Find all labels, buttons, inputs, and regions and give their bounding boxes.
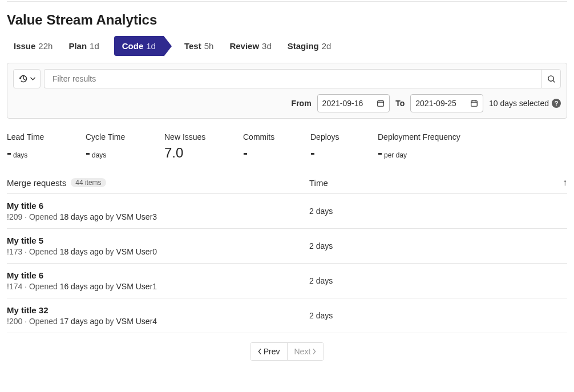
stage-review[interactable]: Review 3d xyxy=(228,38,272,54)
count-badge: 44 items xyxy=(71,178,106,187)
calendar-icon xyxy=(470,99,478,107)
mr-id: !174 xyxy=(7,282,22,291)
stage-test[interactable]: Test 5h xyxy=(183,38,215,54)
mr-age: 18 days ago xyxy=(60,247,103,256)
metric-new-issues: New Issues 7.0 xyxy=(164,132,216,161)
stage-label: Staging xyxy=(288,41,319,51)
stage-duration: 2d xyxy=(322,41,332,51)
metric-unit: days xyxy=(13,151,27,159)
stage-label: Issue xyxy=(14,41,35,51)
metric-value: - xyxy=(243,145,248,161)
next-button[interactable]: Next xyxy=(287,343,324,360)
mr-time: 2 days xyxy=(309,207,567,216)
mr-opened: Opened xyxy=(29,247,58,256)
metric-value: - xyxy=(86,145,90,161)
mr-opened: Opened xyxy=(29,317,58,326)
stage-issue[interactable]: Issue 22h xyxy=(13,38,54,54)
stage-label: Plan xyxy=(68,41,87,51)
filter-bar: From 2021-09-16 To 2021-09-25 10 days se… xyxy=(7,63,567,119)
stage-code[interactable]: Code 1d xyxy=(114,36,164,56)
table-heading: Merge requests xyxy=(7,178,66,188)
stage-plan[interactable]: Plan 1d xyxy=(67,38,100,54)
metric-lead-time: Lead Time -days xyxy=(7,132,58,161)
metric-label: Commits xyxy=(243,132,283,142)
stage-duration: 1d xyxy=(90,41,99,51)
arrow-up-icon: ↑ xyxy=(563,177,567,187)
mr-time: 2 days xyxy=(309,241,567,250)
metric-commits: Commits - xyxy=(243,132,283,161)
stage-staging[interactable]: Staging 2d xyxy=(286,38,333,54)
help-icon[interactable]: ? xyxy=(552,99,561,108)
svg-rect-1 xyxy=(378,101,384,107)
time-column-header[interactable]: Time xyxy=(309,178,556,188)
metric-unit: days xyxy=(92,151,106,159)
metric-label: Deploys xyxy=(310,132,350,142)
calendar-icon xyxy=(377,99,385,107)
mr-by: by xyxy=(106,317,114,326)
table-row[interactable]: My title 32!200 · Opened 17 days ago by … xyxy=(7,298,567,333)
metric-value: 7.0 xyxy=(164,145,183,161)
mr-by: by xyxy=(106,247,114,256)
to-date-value: 2021-09-25 xyxy=(415,99,456,108)
chevron-left-icon xyxy=(257,349,262,354)
prev-button[interactable]: Prev xyxy=(250,343,287,360)
svg-rect-2 xyxy=(471,101,478,107)
metric-label: Deployment Frequency xyxy=(378,132,460,142)
search-icon xyxy=(547,75,556,83)
mr-age: 18 days ago xyxy=(60,212,103,221)
table-row[interactable]: My title 6!209 · Opened 18 days ago by V… xyxy=(7,194,567,229)
mr-id: !200 xyxy=(7,317,22,326)
to-date-input[interactable]: 2021-09-25 xyxy=(410,94,483,112)
metric-label: Cycle Time xyxy=(86,132,137,142)
metric-deploys: Deploys - xyxy=(310,132,350,161)
metric-cycle-time: Cycle Time -days xyxy=(86,132,137,161)
to-label: To xyxy=(395,99,405,108)
mr-opened: Opened xyxy=(29,282,58,291)
page-title: Value Stream Analytics xyxy=(7,12,567,28)
filter-input[interactable] xyxy=(44,69,541,88)
pagination: Prev Next xyxy=(7,333,567,378)
mr-title: My title 6 xyxy=(7,270,309,280)
history-icon xyxy=(19,74,28,83)
stage-duration: 3d xyxy=(262,41,272,51)
metric-value: - xyxy=(378,145,382,161)
from-date-input[interactable]: 2021-09-16 xyxy=(317,94,390,112)
metric-deployment-frequency: Deployment Frequency -per day xyxy=(378,132,460,161)
metric-label: New Issues xyxy=(164,132,216,142)
mr-meta: !200 · Opened 17 days ago by VSM User4 xyxy=(7,317,309,326)
chevron-down-icon xyxy=(30,77,35,80)
mr-time: 2 days xyxy=(309,276,567,285)
mr-author: VSM User4 xyxy=(116,317,157,326)
mr-meta: !173 · Opened 18 days ago by VSM User0 xyxy=(7,247,309,256)
stage-label: Code xyxy=(122,41,144,51)
mr-title: My title 32 xyxy=(7,305,309,315)
mr-by: by xyxy=(106,212,114,221)
mr-title: My title 6 xyxy=(7,201,309,211)
mr-author: VSM User1 xyxy=(116,282,157,291)
stage-label: Test xyxy=(184,41,201,51)
table-row[interactable]: My title 5!173 · Opened 18 days ago by V… xyxy=(7,229,567,264)
from-label: From xyxy=(292,99,312,108)
metric-value: - xyxy=(7,145,11,161)
mr-author: VSM User3 xyxy=(116,212,157,221)
metric-label: Lead Time xyxy=(7,132,58,142)
mr-meta: !174 · Opened 16 days ago by VSM User1 xyxy=(7,282,309,291)
sort-button[interactable]: ↑ xyxy=(556,177,567,188)
mr-age: 17 days ago xyxy=(60,317,103,326)
stage-duration: 1d xyxy=(146,41,156,51)
mr-title: My title 5 xyxy=(7,236,309,245)
mr-id: !209 xyxy=(7,212,22,221)
search-button[interactable] xyxy=(541,69,561,88)
metric-unit: per day xyxy=(384,151,407,159)
stage-duration: 22h xyxy=(38,41,52,51)
mr-time: 2 days xyxy=(309,311,567,320)
mr-opened: Opened xyxy=(29,212,58,221)
next-label: Next xyxy=(294,347,311,356)
chevron-right-icon xyxy=(312,349,317,354)
table-row[interactable]: My title 6!174 · Opened 16 days ago by V… xyxy=(7,264,567,298)
stage-label: Review xyxy=(229,41,259,51)
mr-age: 16 days ago xyxy=(60,282,103,291)
mr-id: !173 xyxy=(7,247,22,256)
table-header: Merge requests 44 items Time ↑ xyxy=(7,172,567,194)
recent-searches-button[interactable] xyxy=(13,69,41,88)
